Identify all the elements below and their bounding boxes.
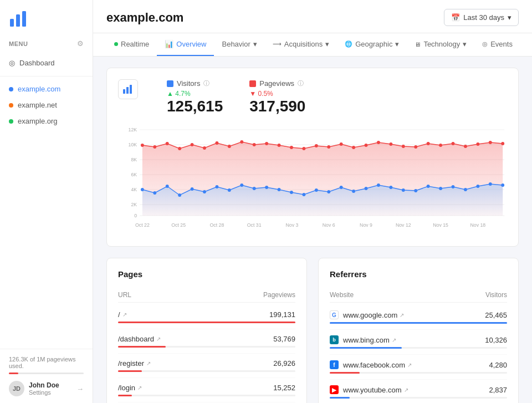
svg-point-77 (476, 185, 479, 188)
page-url[interactable]: /dashboard (118, 335, 154, 343)
menu-label: MENU (9, 40, 28, 47)
referrer-url[interactable]: www.facebook.com (343, 361, 405, 369)
table-row: ▶ www.youtube.com ↗ 2,837 (330, 380, 507, 403)
page-url[interactable]: / (118, 310, 120, 319)
svg-point-63 (302, 193, 305, 196)
svg-text:6K: 6K (131, 172, 137, 177)
svg-point-28 (240, 140, 243, 144)
svg-point-72 (414, 189, 417, 192)
sidebar: MENU ⚙ ◎ Dashboard example.com example.n… (0, 0, 93, 403)
svg-point-40 (389, 142, 392, 146)
chevron-down-icon: ▾ (253, 40, 257, 48)
svg-rect-5 (130, 85, 132, 94)
pages-card: Pages URL Pageviews / ↗ 199,131 (106, 258, 307, 403)
sidebar-item-example-org[interactable]: example.org (0, 113, 93, 129)
table-row: / ↗ 199,131 (118, 305, 295, 329)
svg-text:4K: 4K (131, 187, 137, 192)
chart-metrics: Visitors ⓘ ▲ 4.7% 125,615 Pageviews ⓘ ▼ … (167, 79, 305, 115)
main-area: example.com 📅 Last 30 days ▾ Realtime 📊 … (93, 0, 532, 403)
svg-point-76 (464, 188, 467, 191)
svg-point-23 (178, 147, 181, 150)
external-link-icon: ↗ (122, 312, 127, 318)
website-col-header: Website (330, 291, 354, 299)
site-label: example.com (18, 85, 60, 93)
site-indicator (9, 87, 13, 91)
svg-point-48 (489, 141, 492, 144)
page-url[interactable]: /register (118, 359, 144, 368)
referrer-url[interactable]: www.bing.com (343, 336, 390, 344)
chart-header: Visitors ⓘ ▲ 4.7% 125,615 Pageviews ⓘ ▼ … (118, 79, 507, 115)
svg-text:2K: 2K (131, 202, 137, 207)
svg-rect-2 (22, 11, 26, 27)
date-range-label: Last 30 days (463, 13, 504, 22)
user-settings-link[interactable]: Settings (29, 389, 72, 396)
sidebar-item-example-com[interactable]: example.com (0, 81, 93, 97)
pageviews-metric: Pageviews ⓘ ▼ 0.5% 317,590 (249, 79, 305, 115)
user-name: John Doe (29, 381, 72, 389)
svg-point-27 (228, 145, 231, 148)
sidebar-item-example-net[interactable]: example.net (0, 97, 93, 113)
svg-point-75 (452, 185, 455, 188)
table-row: G www.google.com ↗ 25,465 (330, 305, 507, 330)
referrer-value: 25,465 (485, 311, 507, 319)
svg-point-47 (476, 142, 479, 146)
svg-text:12K: 12K (129, 127, 137, 132)
google-logo: G (330, 310, 339, 319)
chevron-down-icon: ▾ (508, 13, 511, 22)
svg-point-68 (365, 187, 368, 190)
svg-point-22 (166, 142, 169, 145)
tab-acquisitions[interactable]: ⟶ Acquisitions ▾ (265, 33, 337, 56)
external-link-icon: ↗ (407, 362, 412, 368)
tab-events[interactable]: ◎ Events (474, 33, 520, 56)
sidebar-item-dashboard[interactable]: ◎ Dashboard (0, 54, 93, 72)
svg-rect-4 (126, 87, 129, 94)
tab-label: Behavior (222, 40, 250, 48)
referrer-url[interactable]: www.youtube.com (343, 386, 402, 394)
tab-label: Events (490, 40, 513, 48)
table-row: f www.facebook.com ↗ 4,280 (330, 355, 507, 380)
svg-point-74 (439, 187, 442, 190)
svg-point-78 (489, 182, 492, 186)
svg-point-30 (265, 142, 268, 145)
tab-realtime[interactable]: Realtime (106, 33, 157, 56)
table-header: Website Visitors (330, 288, 507, 303)
settings-icon[interactable]: ⚙ (77, 39, 84, 48)
svg-rect-0 (10, 19, 14, 27)
logo-icon (9, 9, 29, 29)
tab-overview[interactable]: 📊 Overview (157, 33, 214, 56)
globe-icon: 🌐 (345, 40, 352, 48)
svg-point-45 (452, 142, 455, 145)
chevron-down-icon: ▾ (325, 40, 329, 48)
logo (0, 0, 93, 35)
svg-point-73 (427, 185, 430, 188)
svg-point-29 (253, 143, 256, 146)
svg-point-53 (178, 193, 181, 197)
page-title: example.com (106, 11, 183, 25)
page-url[interactable]: /login (118, 384, 135, 392)
avatar-initials: JD (13, 385, 21, 392)
referrer-url[interactable]: www.google.com (343, 311, 397, 319)
svg-text:Oct 31: Oct 31 (247, 222, 262, 228)
main-content: Visitors ⓘ ▲ 4.7% 125,615 Pageviews ⓘ ▼ … (93, 57, 532, 403)
pageviews-change: ▼ 0.5% (249, 90, 305, 98)
svg-text:Oct 25: Oct 25 (171, 222, 186, 228)
svg-text:10K: 10K (129, 142, 137, 147)
svg-point-51 (153, 191, 156, 195)
page-value: 199,131 (269, 310, 295, 319)
pages-table: URL Pageviews / ↗ 199,131 (118, 288, 295, 403)
svg-text:0: 0 (134, 213, 137, 218)
svg-point-62 (290, 191, 293, 194)
bar-chart-icon (122, 84, 134, 95)
svg-point-37 (352, 146, 355, 149)
tab-geographic[interactable]: 🌐 Geographic ▾ (337, 33, 407, 56)
sidebar-item-label: Dashboard (19, 59, 55, 67)
svg-text:Oct 22: Oct 22 (135, 222, 150, 228)
tab-behavior[interactable]: Behavior ▾ (214, 33, 264, 56)
logout-icon[interactable]: → (76, 385, 84, 393)
referrers-title: Referrers (330, 269, 507, 279)
table-header: URL Pageviews (118, 288, 295, 303)
chevron-down-icon: ▾ (463, 40, 467, 48)
date-range-button[interactable]: 📅 Last 30 days ▾ (444, 9, 519, 26)
tab-label: Geographic (355, 40, 392, 48)
tab-technology[interactable]: 🖥 Technology ▾ (407, 33, 474, 56)
